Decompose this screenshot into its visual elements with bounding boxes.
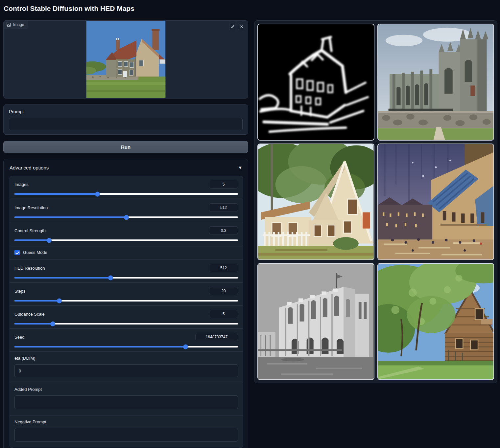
gallery-item-impressionist-street[interactable] (377, 144, 494, 260)
seed-value-input[interactable]: 1648733747 (195, 333, 238, 341)
gallery-item-stone-cathedral[interactable] (377, 24, 494, 141)
images-slider-row: Images 5 (10, 176, 243, 199)
hed-resolution-slider-row: HED Resolution 512 (10, 259, 243, 282)
image-tab[interactable]: Image (3, 20, 28, 29)
guess-mode-row: Guess Mode (10, 245, 243, 259)
image-input-panel[interactable]: Image (3, 20, 248, 99)
image-resolution-slider-row: Image Resolution 512 (10, 199, 243, 222)
steps-label: Steps (14, 289, 25, 294)
guidance-scale-value-input[interactable]: 5 (209, 310, 238, 318)
hed-resolution-slider[interactable] (14, 277, 238, 279)
guess-mode-label: Guess Mode (23, 250, 47, 255)
eta-input[interactable]: 0 (14, 364, 238, 377)
control-strength-slider-row: Control Strength 0.3 (10, 222, 243, 245)
prompt-panel: Prompt (3, 104, 248, 135)
gallery-item-hed-edge-map[interactable] (257, 24, 374, 141)
slider-handle[interactable] (47, 238, 52, 243)
edit-image-button[interactable] (229, 23, 236, 30)
gallery-item-bw-gothic-building[interactable] (257, 263, 374, 380)
slider-handle[interactable] (57, 298, 62, 303)
control-strength-slider[interactable] (14, 239, 238, 241)
gallery-item-cream-house-painting[interactable] (257, 144, 374, 260)
image-tab-label: Image (13, 22, 24, 27)
input-image-house-photo (86, 21, 165, 98)
image-icon (7, 23, 11, 27)
image-actions (229, 23, 245, 30)
advanced-options-header[interactable]: Advanced options ▼ (4, 159, 248, 175)
controls-column: Image Prompt Run Advanced options ▼ (3, 20, 248, 448)
prompt-input[interactable] (9, 118, 243, 130)
guidance-scale-slider-row: Guidance Scale 5 (10, 305, 243, 328)
slider-handle[interactable] (124, 215, 129, 220)
added-prompt-row: Added Prompt (10, 383, 243, 415)
close-icon (240, 25, 244, 29)
guidance-scale-slider[interactable] (14, 323, 238, 325)
result-gallery (254, 20, 497, 383)
slider-handle[interactable] (50, 321, 55, 326)
gallery-item-wooden-house-with-trees[interactable] (377, 263, 494, 380)
advanced-options-form: Images 5 Image Resolution 512 Contro (10, 176, 243, 448)
slider-handle[interactable] (95, 191, 100, 196)
steps-value-input[interactable]: 20 (209, 287, 238, 295)
seed-slider[interactable] (14, 346, 238, 347)
pencil-icon (231, 25, 235, 29)
eta-label: eta (DDIM) (14, 356, 238, 361)
negative-prompt-row: Negative Prompt (10, 415, 243, 448)
seed-slider-row: Seed 1648733747 (10, 328, 243, 351)
hed-resolution-value-input[interactable]: 512 (209, 264, 238, 272)
images-value-input[interactable]: 5 (209, 180, 238, 189)
prompt-label: Prompt (9, 109, 243, 114)
added-prompt-label: Added Prompt (14, 387, 238, 392)
steps-slider[interactable] (14, 300, 238, 302)
negative-prompt-label: Negative Prompt (14, 419, 238, 424)
seed-label: Seed (14, 335, 24, 340)
steps-slider-row: Steps 20 (10, 282, 243, 305)
control-strength-value-input[interactable]: 0.3 (209, 226, 238, 235)
run-button[interactable]: Run (3, 141, 248, 153)
images-label: Images (14, 182, 29, 187)
image-resolution-value-input[interactable]: 512 (209, 203, 238, 212)
added-prompt-input[interactable] (14, 395, 238, 409)
advanced-options-title: Advanced options (10, 165, 49, 170)
image-resolution-slider[interactable] (14, 216, 238, 218)
guidance-scale-label: Guidance Scale (14, 312, 45, 317)
negative-prompt-input[interactable] (14, 428, 238, 442)
page-title: Control Stable Diffusion with HED Maps (4, 5, 134, 12)
images-slider[interactable] (14, 193, 238, 195)
slider-handle[interactable] (183, 344, 188, 349)
image-resolution-label: Image Resolution (14, 205, 48, 210)
guess-mode-checkbox[interactable] (14, 250, 20, 255)
hed-resolution-label: HED Resolution (14, 266, 45, 271)
slider-handle[interactable] (108, 275, 113, 280)
collapse-arrow-icon[interactable]: ▼ (238, 165, 242, 170)
clear-image-button[interactable] (238, 23, 245, 30)
advanced-options-panel: Advanced options ▼ Images 5 Image Resolu… (3, 159, 248, 448)
eta-row: eta (DDIM) 0 (10, 351, 243, 383)
control-strength-label: Control Strength (14, 228, 46, 233)
